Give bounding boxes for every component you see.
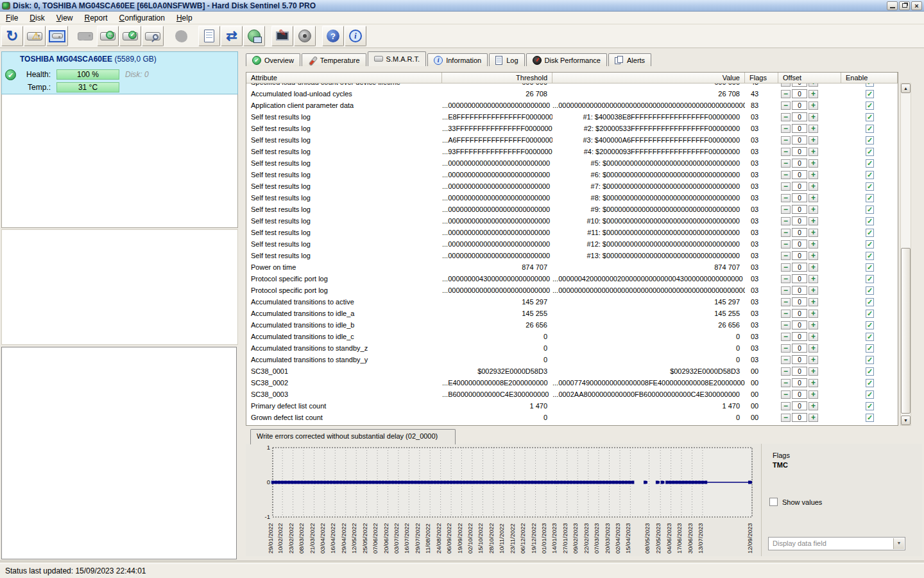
offset-plus-button[interactable]: + bbox=[809, 310, 818, 318]
offset-value[interactable]: 0 bbox=[792, 344, 807, 353]
offset-minus-button[interactable]: − bbox=[781, 240, 791, 249]
enable-checkbox[interactable]: ✓ bbox=[866, 286, 874, 295]
menu-report[interactable]: Report bbox=[79, 12, 114, 24]
screen-settings-button[interactable]: ✎ bbox=[271, 26, 293, 46]
enable-checkbox[interactable]: ✓ bbox=[866, 159, 874, 168]
offset-minus-button[interactable]: − bbox=[781, 148, 791, 156]
offset-plus-button[interactable]: + bbox=[809, 240, 818, 249]
offset-minus-button[interactable]: − bbox=[781, 159, 791, 168]
table-row[interactable]: Self test results log...0000000000000000… bbox=[246, 250, 898, 261]
enable-checkbox[interactable]: ✓ bbox=[866, 252, 874, 260]
enable-checkbox[interactable]: ✓ bbox=[866, 125, 874, 133]
tab-overview[interactable]: ✔Overview bbox=[246, 53, 300, 66]
sync-button[interactable]: ⇄ bbox=[221, 26, 243, 46]
table-row[interactable]: Self test results log...0000000000000000… bbox=[246, 169, 898, 180]
help-button[interactable]: ? bbox=[322, 26, 344, 46]
table-row[interactable]: Self test results log...0000000000000000… bbox=[246, 157, 898, 169]
table-row[interactable]: Self test results log...0000000000000000… bbox=[246, 180, 898, 192]
enable-checkbox[interactable]: ✓ bbox=[866, 101, 874, 110]
table-row[interactable]: SC38_0001$002932E0000D58D3$002932E0000D5… bbox=[246, 365, 898, 377]
disk-schedule-button[interactable]: ◷ bbox=[97, 26, 119, 46]
offset-value[interactable]: 0 bbox=[792, 228, 807, 237]
column-header-enable[interactable]: Enable bbox=[841, 73, 898, 83]
offset-plus-button[interactable]: + bbox=[809, 263, 818, 272]
enable-checkbox[interactable]: ✓ bbox=[866, 113, 874, 121]
offset-plus-button[interactable]: + bbox=[809, 101, 818, 110]
enable-checkbox[interactable]: ✓ bbox=[866, 148, 874, 156]
offset-value[interactable]: 0 bbox=[792, 251, 807, 260]
offset-value[interactable]: 0 bbox=[792, 159, 807, 168]
offset-minus-button[interactable]: − bbox=[781, 101, 791, 110]
table-row[interactable]: Self test results log...0000000000000000… bbox=[246, 204, 898, 215]
offset-plus-button[interactable]: + bbox=[809, 414, 818, 422]
offset-minus-button[interactable]: − bbox=[781, 402, 791, 410]
table-row[interactable]: Protocol specific port log...00000000000… bbox=[246, 285, 898, 296]
disk-accept-button[interactable]: ✔ bbox=[119, 26, 141, 46]
table-row[interactable]: Accumulated transitions to idle_c0003−0+… bbox=[246, 331, 898, 342]
offset-minus-button[interactable]: − bbox=[781, 275, 791, 283]
offset-value[interactable]: 0 bbox=[792, 182, 807, 191]
tab-disk-performance[interactable]: Disk Performance bbox=[526, 53, 607, 66]
enable-checkbox[interactable]: ✓ bbox=[866, 367, 874, 376]
offset-value[interactable]: 0 bbox=[792, 309, 807, 318]
tab-alerts[interactable]: Alerts bbox=[608, 53, 651, 66]
offset-value[interactable]: 0 bbox=[792, 401, 807, 410]
enable-checkbox[interactable]: ✓ bbox=[866, 240, 874, 249]
enable-checkbox[interactable]: ✓ bbox=[866, 263, 874, 272]
offset-value[interactable]: 0 bbox=[792, 413, 807, 422]
offset-minus-button[interactable]: − bbox=[781, 263, 791, 272]
offset-plus-button[interactable]: + bbox=[809, 367, 818, 376]
offset-plus-button[interactable]: + bbox=[809, 344, 818, 353]
enable-checkbox[interactable]: ✓ bbox=[866, 182, 874, 191]
enable-checkbox[interactable]: ✓ bbox=[866, 402, 874, 410]
table-row[interactable]: Accumulated transitions to idle_a145 255… bbox=[246, 308, 898, 319]
offset-plus-button[interactable]: + bbox=[809, 286, 818, 295]
enable-checkbox[interactable]: ✓ bbox=[866, 414, 874, 422]
enable-checkbox[interactable]: ✓ bbox=[866, 390, 874, 399]
column-header-value[interactable]: Value bbox=[552, 73, 745, 83]
offset-plus-button[interactable]: + bbox=[809, 333, 818, 341]
column-header-flags[interactable]: Flags bbox=[745, 73, 778, 83]
problems-report-button[interactable]: ⚠ bbox=[24, 26, 46, 46]
offset-minus-button[interactable]: − bbox=[781, 321, 791, 329]
offset-value[interactable]: 0 bbox=[792, 378, 807, 387]
offset-plus-button[interactable]: + bbox=[809, 390, 818, 399]
offset-minus-button[interactable]: − bbox=[781, 125, 791, 133]
offset-plus-button[interactable]: + bbox=[809, 402, 818, 410]
menu-view[interactable]: View bbox=[51, 12, 79, 24]
table-row[interactable]: Grown defect list count0000−0+✓ bbox=[246, 412, 898, 423]
disk-summary-panel[interactable]: TOSHIBA MG04SCA60EE (5589,0 GB) ✔ Health… bbox=[1, 51, 238, 94]
offset-minus-button[interactable]: − bbox=[781, 333, 791, 341]
offset-minus-button[interactable]: − bbox=[781, 344, 791, 353]
enable-checkbox[interactable]: ✓ bbox=[866, 83, 874, 87]
offset-minus-button[interactable]: − bbox=[781, 310, 791, 318]
table-row[interactable]: Self test results log...A6FFFFFFFFFFFFFF… bbox=[246, 134, 898, 146]
network-button[interactable] bbox=[243, 26, 265, 46]
offset-plus-button[interactable]: + bbox=[809, 194, 818, 202]
column-header-attribute[interactable]: Attribute bbox=[246, 73, 442, 83]
offset-value[interactable]: 0 bbox=[792, 274, 807, 283]
offset-minus-button[interactable]: − bbox=[781, 414, 791, 422]
scroll-down-button[interactable]: ▼ bbox=[901, 416, 911, 425]
table-row[interactable]: Accumulated transitions to idle_b26 6562… bbox=[246, 319, 898, 331]
display-data-field-dropdown[interactable]: Display data field ▼ bbox=[768, 537, 905, 550]
offset-minus-button[interactable]: − bbox=[781, 298, 791, 306]
offset-value[interactable]: 0 bbox=[792, 355, 807, 364]
offset-plus-button[interactable]: + bbox=[809, 206, 818, 214]
scrollbar-thumb[interactable] bbox=[901, 248, 911, 414]
table-row[interactable]: Accumulated load-unload cycles26 70826 7… bbox=[246, 88, 898, 100]
offset-value[interactable]: 0 bbox=[792, 124, 807, 133]
column-header-offset[interactable]: Offset bbox=[778, 73, 841, 83]
enable-checkbox[interactable]: ✓ bbox=[866, 171, 874, 179]
offset-plus-button[interactable]: + bbox=[809, 113, 818, 121]
enable-checkbox[interactable]: ✓ bbox=[866, 217, 874, 225]
offset-minus-button[interactable]: − bbox=[781, 379, 791, 387]
enable-checkbox[interactable]: ✓ bbox=[866, 298, 874, 306]
table-row[interactable]: Self test results log...0000000000000000… bbox=[246, 238, 898, 250]
offset-value[interactable]: 0 bbox=[792, 390, 807, 399]
offset-value[interactable]: 0 bbox=[792, 240, 807, 249]
enable-checkbox[interactable]: ✓ bbox=[866, 333, 874, 341]
table-row[interactable]: Accumulated transitions to active145 297… bbox=[246, 296, 898, 308]
offset-minus-button[interactable]: − bbox=[781, 390, 791, 399]
table-row[interactable]: Self test results log...33FFFFFFFFFFFFFF… bbox=[246, 123, 898, 134]
